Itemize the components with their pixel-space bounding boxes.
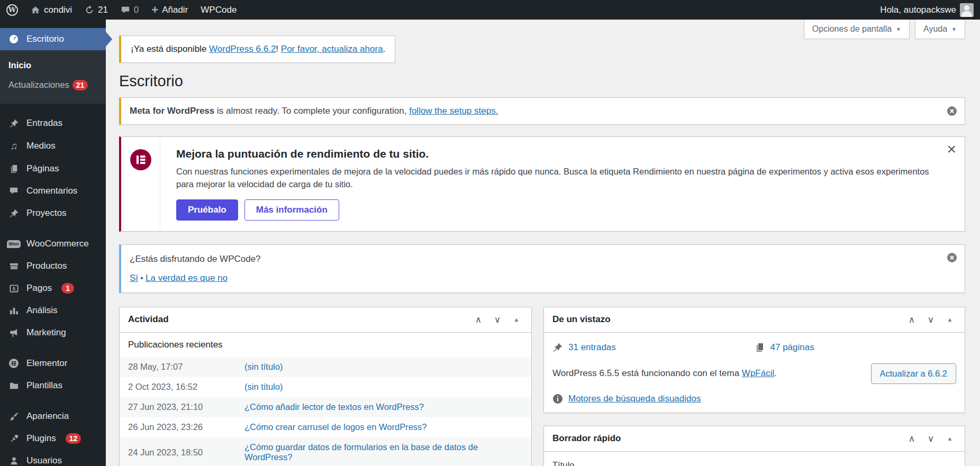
update-now-link[interactable]: Por favor, actualiza ahora xyxy=(281,44,383,54)
table-row: 27 Jun 2023, 21:10 ¿Cómo añadir lector d… xyxy=(120,397,531,417)
nag-text: . xyxy=(383,44,386,54)
at-a-glance-widget: De un vistazo ∧ ∨ ▲ 31 entradas xyxy=(543,307,965,413)
quick-draft-widget: Borrador rápido ∧ ∨ ▲ Título xyxy=(543,426,965,466)
post-link[interactable]: ¿Cómo crear carrusel de logos en WordPre… xyxy=(244,422,427,432)
sidebar-item-woocommerce[interactable]: Woo WooCommerce xyxy=(0,233,106,255)
search-engines-link[interactable]: Motores de búsqueda disuadidos xyxy=(568,394,701,404)
my-account-menu[interactable]: Hola, autopackswe xyxy=(874,0,980,20)
sidebar-item-label: Medios xyxy=(26,141,56,151)
meta-plugin-name: Meta for WordPress xyxy=(130,106,214,116)
sidebar-item-label: Pagos xyxy=(26,283,52,294)
sidebar-item-usuarios[interactable]: Usuarios xyxy=(0,450,106,466)
theme-link[interactable]: WpFácil xyxy=(742,368,774,378)
wpcode-no-link[interactable]: La verdad es que no xyxy=(146,273,228,283)
move-down-icon[interactable]: ∨ xyxy=(921,310,940,329)
sidebar-item-label: Plugins xyxy=(26,433,56,444)
more-info-button[interactable]: Más información xyxy=(244,199,339,221)
pages-count-link[interactable]: 47 páginas xyxy=(770,342,814,353)
post-link[interactable]: ¿Cómo guardar datos de formularios en la… xyxy=(244,442,523,462)
sidebar-item-apariencia[interactable]: Apariencia xyxy=(0,405,106,427)
main-content: Opciones de pantalla ▼ Ayuda ▼ ¡Ya está … xyxy=(106,20,980,466)
help-button[interactable]: Ayuda ▼ xyxy=(915,20,965,39)
wpcode-menu[interactable]: WPCode xyxy=(194,0,243,20)
table-row: 26 Jun 2023, 23:26 ¿Cómo crear carrusel … xyxy=(120,417,531,437)
sidebar-item-elementor[interactable]: Elementor xyxy=(0,352,106,374)
meta-notice-text: is almost ready. To complete your config… xyxy=(214,106,409,116)
site-name-menu[interactable]: condivi xyxy=(24,0,78,20)
move-up-icon[interactable]: ∧ xyxy=(902,429,921,448)
move-down-icon[interactable]: ∨ xyxy=(488,310,507,329)
post-link[interactable]: ¿Cómo añadir lector de textos en WordPre… xyxy=(244,402,424,412)
site-name-label: condivi xyxy=(44,5,72,15)
dismiss-icon[interactable] xyxy=(947,106,957,116)
elementor-notice: Mejora la puntuación de rendimiento de t… xyxy=(119,136,965,232)
sidebar-item-label: Comentarios xyxy=(26,186,77,196)
plugin-icon xyxy=(7,434,20,444)
wordpress-logo-menu[interactable]: W xyxy=(0,0,24,20)
comment-count: 0 xyxy=(134,5,139,15)
version-prefix: WordPress 6.5.5 está funcionando con el … xyxy=(552,368,742,378)
post-link[interactable]: (sin título) xyxy=(244,362,283,372)
sidebar-item-label: Análisis xyxy=(26,305,58,316)
activity-widget: Actividad ∧ ∨ ▲ Publicaciones recientes … xyxy=(119,307,532,466)
sidebar-item-label: Proyectos xyxy=(26,208,67,218)
at-a-glance-title: De un vistazo xyxy=(552,314,611,325)
comments-menu[interactable]: 0 xyxy=(114,0,145,20)
collapse-toggle-icon[interactable]: ▲ xyxy=(507,310,526,329)
screen-options-button[interactable]: Opciones de pantalla ▼ xyxy=(804,20,910,39)
pushpin-icon xyxy=(7,208,20,218)
sidebar-item-analisis[interactable]: Análisis xyxy=(0,299,106,322)
updates-menu[interactable]: 21 xyxy=(78,0,114,20)
new-content-menu[interactable]: + Añadir xyxy=(145,0,194,20)
draft-title-label: Título xyxy=(552,460,574,466)
sidebar-item-plantillas[interactable]: Plantillas xyxy=(0,374,106,397)
sidebar-item-medios[interactable]: ♫ Medios xyxy=(0,134,106,158)
sidebar-item-label: Apariencia xyxy=(26,411,69,422)
close-icon[interactable]: × xyxy=(947,141,956,157)
sidebar-item-plugins[interactable]: Plugins 12 xyxy=(0,427,106,450)
sidebar-item-label: Escritorio xyxy=(26,34,64,44)
elementor-logo-column xyxy=(121,137,160,231)
admin-bar: W condivi 21 0 + Añadir WPCode Hola, aut… xyxy=(0,0,980,20)
wpcode-question: ¿Estás disfrutando de WPCode? xyxy=(130,254,933,264)
sidebar-item-label: Usuarios xyxy=(26,455,62,466)
sidebar-item-escritorio[interactable]: Escritorio xyxy=(0,28,106,50)
posts-count-link[interactable]: 31 entradas xyxy=(568,342,616,353)
post-date: 28 May, 17:07 xyxy=(128,362,244,372)
update-version-button[interactable]: Actualizar a 6.6.2 xyxy=(871,363,957,384)
elementor-notice-content: Mejora la puntuación de rendimiento de t… xyxy=(160,137,965,231)
move-up-icon[interactable]: ∧ xyxy=(902,310,921,329)
sidebar-item-entradas[interactable]: Entradas xyxy=(0,112,106,134)
greeting-label: Hola, autopackswe xyxy=(880,5,956,15)
nag-text: ! xyxy=(276,44,280,54)
wpcode-yes-link[interactable]: Sí xyxy=(130,273,138,283)
collapse-toggle-icon[interactable]: ▲ xyxy=(940,310,959,329)
pushpin-icon xyxy=(552,342,563,353)
meta-wordpress-notice: Meta for WordPress is almost ready. To c… xyxy=(119,97,965,125)
dismiss-icon[interactable] xyxy=(947,252,957,263)
setup-steps-link[interactable]: follow the setup steps. xyxy=(409,106,498,116)
move-up-icon[interactable]: ∧ xyxy=(469,310,488,329)
wordpress-version-link[interactable]: WordPress 6.6.2 xyxy=(209,44,276,54)
try-it-button[interactable]: Pruébalo xyxy=(176,199,238,221)
collapse-toggle-icon[interactable]: ▲ xyxy=(940,429,959,448)
updates-count-badge: 21 xyxy=(72,80,88,90)
activity-widget-title: Actividad xyxy=(128,314,169,325)
sidebar-item-paginas[interactable]: Páginas xyxy=(0,158,106,180)
sidebar-item-pagos[interactable]: $ Pagos 1 xyxy=(0,277,106,299)
move-down-icon[interactable]: ∨ xyxy=(921,429,940,448)
post-link[interactable]: (sin título) xyxy=(244,382,283,392)
submenu-item-actualizaciones[interactable]: Actualizaciones21 xyxy=(0,75,106,95)
folder-icon xyxy=(7,381,20,391)
pages-stack-icon xyxy=(7,164,20,174)
version-text: WordPress 6.5.5 está funcionando con el … xyxy=(552,368,777,379)
sidebar-item-productos[interactable]: Productos xyxy=(0,255,106,277)
elementor-icon xyxy=(7,358,20,369)
sidebar-item-proyectos[interactable]: Proyectos xyxy=(0,202,106,224)
quick-draft-title: Borrador rápido xyxy=(552,433,621,444)
sidebar-item-marketing[interactable]: Marketing xyxy=(0,322,106,344)
sidebar-item-label: Marketing xyxy=(26,327,66,338)
submenu-item-inicio[interactable]: Inicio xyxy=(0,56,106,75)
sidebar-item-comentarios[interactable]: Comentarios xyxy=(0,180,106,202)
wordpress-update-nag: ¡Ya está disponible WordPress 6.6.2! Por… xyxy=(119,35,395,63)
